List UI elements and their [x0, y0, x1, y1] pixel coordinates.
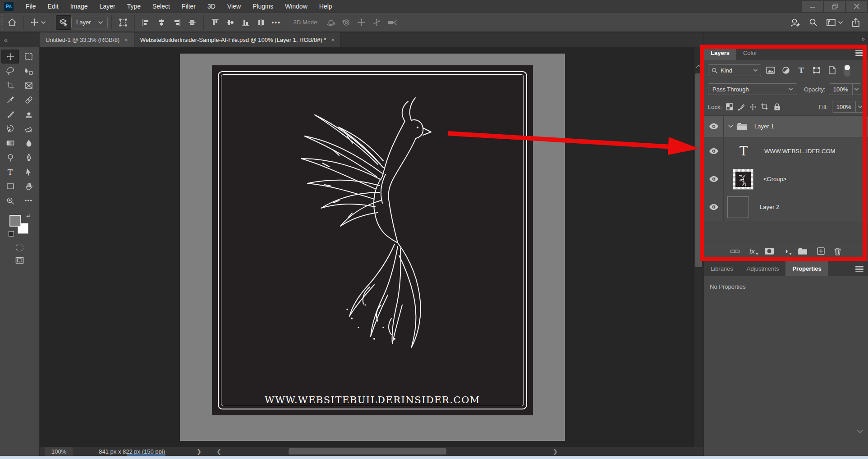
text-layer-thumbnail[interactable]: T	[735, 142, 753, 160]
eraser-tool[interactable]	[20, 122, 37, 136]
menu-3d[interactable]: 3D	[202, 0, 221, 13]
visibility-toggle[interactable]	[704, 193, 724, 221]
swap-colors-icon[interactable]: ⇄	[26, 213, 30, 218]
search-icon[interactable]	[809, 18, 817, 27]
scroll-up-icon[interactable]	[696, 64, 702, 68]
menu-image[interactable]: Image	[64, 0, 94, 13]
document-tab-active[interactable]: WebsiteBuilderInsider-Sample-AI-File.psd…	[134, 32, 341, 47]
menu-type[interactable]: Type	[121, 0, 147, 13]
status-expand-icon[interactable]: ❯	[197, 448, 202, 455]
tab-properties[interactable]: Properties	[785, 261, 828, 276]
auto-select-mode-dropdown[interactable]: Layer	[71, 17, 108, 28]
new-group-icon[interactable]	[798, 248, 808, 255]
tab-close-icon[interactable]: ×	[124, 36, 128, 43]
quick-mask-mode-icon[interactable]	[16, 244, 23, 251]
collapse-panels-icon[interactable]: »	[861, 35, 864, 42]
close-button[interactable]	[846, 1, 867, 12]
menu-plugins[interactable]: Plugins	[247, 0, 279, 13]
lock-image-pixels-icon[interactable]	[737, 103, 745, 111]
align-top-icon[interactable]	[207, 15, 223, 30]
restore-button[interactable]	[824, 1, 845, 12]
path-selection-tool[interactable]	[20, 165, 37, 179]
filter-smart-objects-icon[interactable]	[826, 64, 838, 76]
foreground-color-swatch[interactable]	[9, 215, 21, 227]
more-align-options-icon[interactable]: •••	[269, 15, 284, 30]
blend-mode-dropdown[interactable]: Pass Through	[708, 83, 797, 95]
panel-menu-icon[interactable]	[855, 261, 868, 276]
canvas-area[interactable]: WWW.WEBSITEBUILDERINSIDER.COM	[40, 47, 693, 447]
layer-thumbnail[interactable]	[727, 196, 749, 218]
default-colors-icon[interactable]	[9, 231, 14, 236]
document-canvas[interactable]: WWW.WEBSITEBUILDERINSIDER.COM	[180, 54, 565, 441]
history-brush-tool[interactable]	[1, 122, 19, 136]
horizontal-scrollbar-thumb[interactable]	[289, 448, 446, 454]
show-transform-controls-icon[interactable]	[115, 15, 131, 30]
pen-tool[interactable]	[20, 150, 37, 164]
layer-row-group[interactable]: Layer 1	[704, 116, 868, 137]
layer-row-group-content[interactable]: <Group>	[704, 165, 868, 193]
align-bottom-icon[interactable]	[238, 15, 253, 30]
align-left-icon[interactable]	[138, 15, 154, 30]
vertical-scrollbar-thumb[interactable]	[695, 73, 702, 267]
3d-roll-icon[interactable]	[339, 15, 354, 30]
menu-view[interactable]: View	[221, 0, 247, 13]
clone-stamp-tool[interactable]	[20, 107, 37, 121]
tab-adjustments[interactable]: Adjustments	[740, 261, 786, 276]
group-layer-thumbnail[interactable]	[733, 169, 753, 190]
3d-orbit-icon[interactable]	[323, 15, 339, 30]
menu-window[interactable]: Window	[279, 0, 313, 13]
visibility-toggle[interactable]	[704, 116, 724, 137]
rectangular-marquee-tool[interactable]	[20, 50, 37, 64]
new-layer-icon[interactable]	[817, 247, 825, 255]
distribute-vertical-icon[interactable]	[253, 15, 269, 30]
move-tool[interactable]	[1, 50, 19, 64]
lasso-tool[interactable]	[1, 64, 19, 78]
tab-close-icon[interactable]: ×	[331, 36, 335, 43]
dodge-tool[interactable]	[1, 150, 19, 164]
align-right-icon[interactable]	[169, 15, 184, 30]
group-expand-icon[interactable]	[728, 125, 733, 128]
frame-tool[interactable]	[20, 78, 37, 92]
workspace-switcher-icon[interactable]	[827, 19, 843, 26]
blur-tool[interactable]	[20, 136, 37, 150]
tab-libraries[interactable]: Libraries	[704, 261, 740, 276]
filter-kind-dropdown[interactable]: Kind	[708, 64, 761, 76]
filter-adjustment-layers-icon[interactable]	[780, 64, 792, 76]
3d-pan-icon[interactable]	[354, 15, 369, 30]
zoom-level-field[interactable]: 100%	[45, 447, 73, 456]
account-icon[interactable]	[790, 18, 800, 27]
layer-name[interactable]: WWW.WEBSI...IDER.COM	[764, 148, 835, 155]
scroll-left-icon[interactable]: ❮	[216, 448, 221, 455]
distribute-horizontal-icon[interactable]	[184, 15, 200, 30]
new-adjustment-layer-icon[interactable]: ◑▾	[784, 247, 788, 255]
scroll-down-icon[interactable]	[857, 430, 863, 433]
menu-filter[interactable]: Filter	[176, 0, 202, 13]
share-icon[interactable]	[852, 18, 860, 27]
zoom-tool[interactable]	[1, 194, 19, 208]
delete-layer-icon[interactable]	[834, 247, 841, 255]
move-tool-options-icon[interactable]	[28, 15, 48, 30]
object-selection-tool[interactable]	[20, 64, 37, 78]
visibility-toggle[interactable]	[704, 165, 724, 193]
document-tab-untitled[interactable]: Untitled-1 @ 33.3% (RGB/8) ×	[40, 32, 134, 47]
tab-color[interactable]: Color	[736, 45, 764, 60]
layer-name[interactable]: Layer 2	[760, 204, 779, 210]
add-layer-mask-icon[interactable]	[764, 247, 774, 255]
collapse-left-icon[interactable]: «	[4, 36, 7, 44]
layer-name[interactable]: <Group>	[763, 176, 786, 182]
healing-brush-tool[interactable]	[20, 93, 37, 107]
align-center-horizontal-icon[interactable]	[154, 15, 169, 30]
layer-style-icon[interactable]: fx▾	[749, 247, 755, 255]
3d-camera-icon[interactable]	[385, 15, 400, 30]
brush-tool[interactable]	[1, 107, 19, 121]
layer-row-background[interactable]: Layer 2	[704, 193, 868, 221]
lock-transparent-pixels-icon[interactable]	[726, 103, 733, 110]
auto-select-toggle[interactable]	[56, 15, 71, 30]
filter-type-layers-icon[interactable]: T	[795, 64, 807, 76]
fill-field[interactable]: 100%	[832, 101, 864, 113]
menu-help[interactable]: Help	[313, 0, 338, 13]
scroll-right-icon[interactable]: ❯	[553, 448, 558, 455]
more-tools-icon[interactable]: •••	[20, 194, 37, 208]
menu-select[interactable]: Select	[147, 0, 176, 13]
3d-slide-icon[interactable]	[369, 15, 385, 30]
